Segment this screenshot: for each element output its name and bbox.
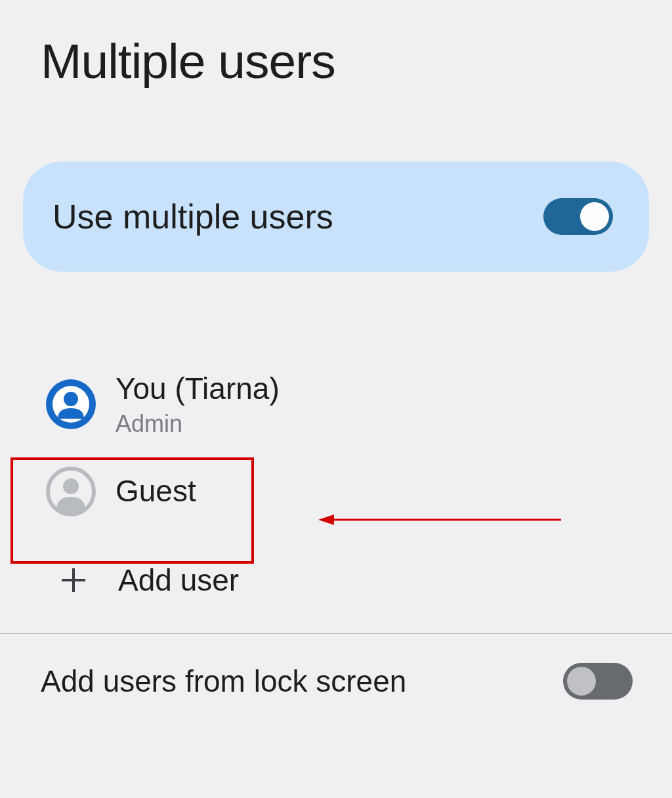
switch-thumb-icon xyxy=(567,667,596,696)
plus-icon xyxy=(60,567,87,593)
svg-point-1 xyxy=(64,392,78,406)
add-user-row[interactable]: Add user xyxy=(0,540,672,620)
user-name: Guest xyxy=(116,474,196,509)
add-user-label: Add user xyxy=(118,562,239,598)
user-avatar-primary xyxy=(46,379,96,429)
user-subtitle: Admin xyxy=(116,410,280,438)
add-users-lock-screen-label: Add users from lock screen xyxy=(41,663,406,699)
guest-avatar xyxy=(46,467,96,516)
use-multiple-users-row[interactable]: Use multiple users xyxy=(23,161,649,272)
user-name: You (Tiarna) xyxy=(116,371,280,406)
lock-screen-switch[interactable] xyxy=(563,663,633,700)
use-multiple-users-label: Use multiple users xyxy=(52,197,333,236)
user-text: You (Tiarna) Admin xyxy=(116,371,280,438)
user-list: You (Tiarna) Admin Guest Add user xyxy=(0,357,672,620)
add-users-lock-screen-row[interactable]: Add users from lock screen xyxy=(0,634,672,728)
page-title: Multiple users xyxy=(0,0,672,89)
user-row-you[interactable]: You (Tiarna) Admin xyxy=(0,357,672,452)
user-text: Guest xyxy=(116,474,196,509)
user-row-guest[interactable]: Guest xyxy=(0,452,672,531)
person-icon xyxy=(51,385,91,424)
person-outline-icon xyxy=(46,467,96,516)
svg-point-3 xyxy=(63,478,79,494)
use-multiple-users-switch[interactable] xyxy=(543,198,613,235)
switch-thumb-icon xyxy=(580,202,609,231)
